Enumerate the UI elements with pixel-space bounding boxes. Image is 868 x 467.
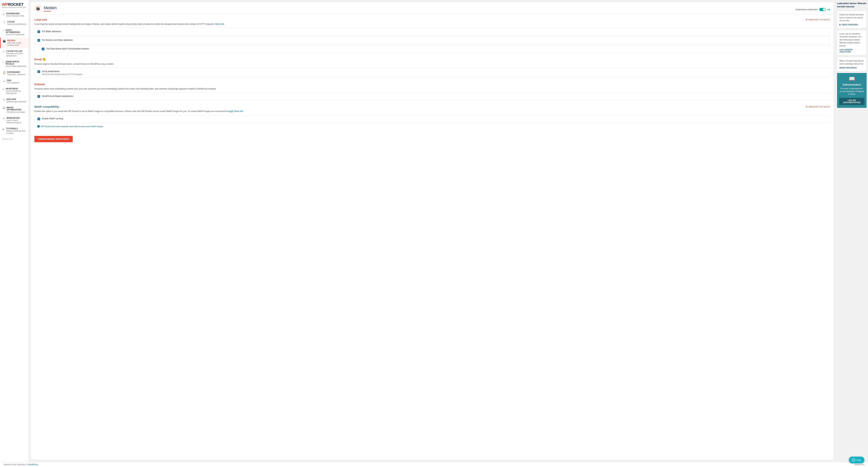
webp-help-link[interactable]: ⚙ BRAUCHST DU HILFE? [806, 105, 830, 108]
sidebar-icon-add-ons: ⚙ [3, 98, 5, 101]
lazyload-help-link[interactable]: ⚙ BRAUCHST DU HILFE? [806, 18, 830, 21]
checkbox-bilder[interactable] [37, 30, 40, 33]
lazyload-more-info[interactable]: More Info [215, 23, 224, 25]
save-button[interactable]: ÄNDERUNGEN SPEICHERN [34, 136, 73, 142]
help-icon: ⚙ [806, 18, 808, 21]
sidebar-subtitle-medien: LazyLoad, emojis, embeds, WebP [7, 42, 26, 46]
sidebar-item-tutorials[interactable]: ▶ TUTORIALS Getting started and how to v… [0, 126, 29, 136]
sidebar-icon-datenbank: 📋 [3, 71, 6, 74]
sidebar-version: Version 3.6.4 [0, 136, 29, 142]
sidebar-subtitle-cache-fullen: Generate cache files, preload fonts [6, 52, 26, 57]
help-icon-circle: ? [852, 458, 855, 462]
checkbox-emoji-deactivate[interactable] [37, 70, 40, 73]
checkbox-iframes[interactable] [37, 39, 40, 42]
sidebar-item-erweiterte-regeln[interactable]: ≡ ERWEITERTE REGELN Cache-Regeln abstimm… [0, 59, 29, 69]
sidebar-icon-heartbeat: ♥ [3, 88, 4, 91]
sidebar-title-tutorials: TUTORIALS [6, 128, 26, 130]
doc-card-button[interactable]: LIES DIE DOKUMENTATION [839, 98, 864, 105]
info-card-1: Check our tutorial and learn how to meas… [837, 11, 867, 28]
sidebar-icon-dashboard: ⊞ [3, 12, 5, 15]
sidebar-item-cache[interactable]: 📄 CACHE Cache-Grundfunktionen [0, 19, 29, 27]
sidebar-toggle[interactable]: Seitenleiste einblenden AN [796, 8, 830, 11]
sidebar-logo: WPROCKET Superior WordPress Performance [0, 0, 29, 10]
sidebar-title-image-optimization: IMAGE OPTIMIZATION [7, 106, 26, 111]
sidebar-toggle-label: Seitenleiste einblenden [796, 8, 818, 11]
lazyload-title: LazyLoad [34, 18, 47, 21]
embeds-header: Embeds [34, 83, 830, 86]
sidebar-item-add-ons[interactable]: ⚙ ADD-ONS Erweiterungen aktivieren [0, 96, 29, 105]
sidebar-icon-erweiterte-regeln: ≡ [3, 61, 4, 64]
checkbox-webp-caching[interactable] [37, 118, 40, 120]
option-label-webp-caching: Enable WebP caching [42, 118, 63, 120]
sidebar-icon-cache: 📄 [3, 21, 6, 24]
sidebar-nav: ⊞ DASHBOARD Konto-Übersicht, Hilfe 📄 CAC… [0, 10, 29, 136]
content-area: 🎬 Medien Seitenleiste einblenden AN [29, 0, 868, 462]
help-button[interactable]: ? Help [849, 457, 864, 463]
doc-card-title: Dokumentation [839, 83, 864, 86]
sidebar-subtitle-add-ons: Erweiterungen aktivieren [6, 100, 26, 103]
info-icon: i [37, 125, 40, 128]
footer-wp-link[interactable]: WordPress. [28, 463, 38, 466]
emoji-header: Emoji 😊 [34, 58, 830, 61]
embeds-title: Embeds [34, 83, 45, 86]
panel-body: LazyLoad ⚙ BRAUCHST DU HILFE? It can imp… [31, 14, 834, 146]
imagify-link[interactable]: Imagify [227, 110, 234, 112]
sidebar-title-medien: MEDIEN [7, 39, 26, 41]
webp-info-text: WP Rocket will create separate cache fil… [41, 125, 104, 128]
sidebar-icon-cdn: ☁ [3, 79, 5, 82]
sidebar-subtitle-tutorials: Getting started and how to videos [6, 130, 26, 134]
checkbox-youtube[interactable] [42, 47, 44, 50]
sidebar-subtitle-datenbank: Aufräumen, optimieren [7, 73, 26, 76]
sidebar-icon-werkzeuge: ⚙ [3, 117, 5, 120]
lazyload-header: LazyLoad ⚙ BRAUCHST DU HILFE? [34, 18, 830, 21]
right-sidebar-title: Ladezeiten deiner Website korrekt messen [837, 2, 867, 8]
sidebar-title-add-ons: ADD-ONS [6, 98, 26, 100]
checkbox-wp-embeds[interactable] [37, 95, 40, 98]
sidebar-subtitle-werkzeuge: Import, Export, Wiederherstellung [6, 119, 26, 124]
doc-card-desc: Ein guter Ausgangspunkt, um die häufigst… [839, 87, 864, 95]
sidebar-item-cdn[interactable]: ☁ CDN CDN integrieren [0, 77, 29, 86]
sidebar-item-dashboard[interactable]: ⊞ DASHBOARD Konto-Übersicht, Hilfe [0, 10, 29, 19]
sidebar-subtitle-dashboard: Konto-Übersicht, Hilfe [6, 15, 26, 17]
webp-more-info[interactable]: More info [234, 110, 243, 112]
sidebar-item-cache-fullen[interactable]: ↻ CACHE FÜLLEN Generate cache files, pre… [0, 48, 29, 59]
sidebar-item-heartbeat[interactable]: ♥ HEARTBEAT Control WordPress Heartbeat … [0, 86, 29, 96]
doc-card: 📖 Dokumentation Ein guter Ausgangspunkt,… [837, 73, 867, 108]
emoji-desc: Browser-eigene Standard-Emoji nutzen, an… [34, 62, 830, 66]
info-card-1-text: Check our tutorial and learn how to meas… [839, 13, 864, 22]
app-wrapper: WPROCKET Superior WordPress Performance … [0, 0, 868, 467]
embeds-desc: Prevents others from embedding content f… [34, 87, 830, 91]
sidebar-item-datei-optimierung[interactable]: ≡ DATEI-OPTIMIERUNG CSS und JS optimiere… [0, 27, 29, 38]
sidebar-subtitle-cdn: CDN integrieren [7, 81, 26, 84]
info-card-1-link[interactable]: ▶ VIDEO ANSEHEN. [839, 24, 864, 26]
sidebar-item-werkzeuge[interactable]: ⚙ WERKZEUGE Import, Export, Wiederherste… [0, 115, 29, 126]
toggle-knob [823, 8, 825, 11]
webp-option-caching: Enable WebP caching [34, 115, 830, 123]
sidebar-item-image-optimization[interactable]: 🖼 IMAGE OPTIMIZATION Compress your image… [0, 105, 29, 115]
sidebar-title-datei-optimierung: DATEI-OPTIMIERUNG [6, 29, 26, 33]
logo-subtitle: Superior WordPress Performance [2, 6, 27, 8]
page-title: Medien [44, 6, 57, 10]
info-card-3: Warum Google PageSpeed nicht unbedingt r… [837, 57, 867, 71]
sidebar-item-datenbank[interactable]: 📋 DATENBANK Aufräumen, optimieren [0, 69, 29, 77]
doc-card-icon: 📖 [839, 76, 864, 82]
info-card-2-link[interactable]: LIES UNSERE ANLEITUNG [839, 48, 864, 53]
toggle-switch[interactable] [819, 8, 826, 11]
sidebar-title-cdn: CDN [7, 79, 26, 81]
info-card-3-link[interactable]: MEHR ERFAHREN [839, 67, 864, 69]
sidebar-item-medien[interactable]: 🎬 MEDIEN LazyLoad, emojis, embeds, WebP [0, 38, 29, 48]
sidebar-icon-image-optimization: 🖼 [3, 107, 5, 109]
main-panel: 🎬 Medien Seitenleiste einblenden AN [31, 2, 834, 460]
embeds-option-wp: WordPress-Embeds deaktivieren [34, 93, 830, 100]
option-label-youtube: YouTube iframe durch Vorschaubild ersetz… [46, 47, 89, 50]
section-embeds: Embeds Prevents others from embedding co… [34, 83, 830, 100]
sidebar-title-werkzeuge: WERKZEUGE [6, 117, 26, 119]
info-card-3-text: Warum Google PageSpeed nicht unbedingt r… [839, 59, 864, 65]
footer: Danke für dein Vertrauen in WordPress. V… [0, 462, 868, 467]
option-sublabel-emoji: Reduziert die Anzahl externer HTTP-Anfra… [42, 73, 83, 75]
webp-title: WebP compatibility [34, 105, 59, 108]
logo-wp: WP [2, 2, 8, 7]
logo-rocket: ROCKET [8, 2, 23, 7]
panel-title-underline [44, 11, 51, 11]
section-lazyload: LazyLoad ⚙ BRAUCHST DU HILFE? It can imp… [34, 18, 830, 53]
